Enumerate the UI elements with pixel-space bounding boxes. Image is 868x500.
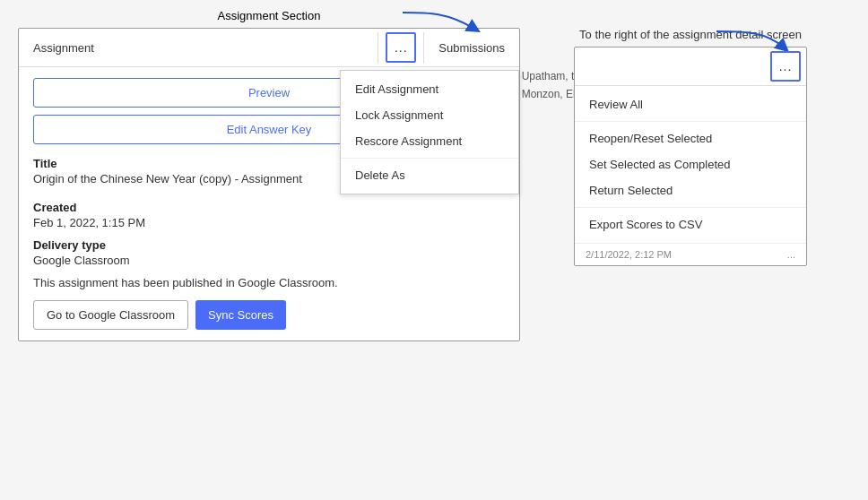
dropdown-item-reopen-reset[interactable]: Reopen/Reset Selected (575, 125, 806, 151)
dropdown-item-edit-assignment[interactable]: Edit Assignment (341, 76, 518, 102)
bottom-buttons: Go to Google Classroom Sync Scores (33, 300, 505, 330)
left-section-label: Assignment Section (218, 9, 321, 22)
dropdown-item-return-selected[interactable]: Return Selected (575, 177, 806, 203)
created-label: Created (33, 201, 505, 214)
right-footer: 2/11/2022, 2:12 PM ... (575, 243, 806, 265)
sync-scores-button[interactable]: Sync Scores (195, 300, 286, 330)
dropdown-divider-2 (575, 207, 806, 208)
left-dropdown-menu: Edit Assignment Lock Assignment Rescore … (340, 70, 519, 194)
panel-header: Assignment ... Submissions Edit Assignme… (19, 29, 519, 67)
created-value: Feb 1, 2022, 1:15 PM (33, 216, 505, 229)
delivery-type-label: Delivery type (33, 238, 505, 252)
footer-timestamp: 2/11/2022, 2:12 PM (586, 249, 672, 260)
right-dropdown-menu: Review All Reopen/Reset Selected Set Sel… (575, 86, 806, 243)
delivery-type-value: Google Classroom (33, 254, 505, 267)
right-dots-button[interactable]: ... (770, 51, 801, 82)
dropdown-item-review-all[interactable]: Review All (575, 91, 806, 117)
dropdown-item-lock-assignment[interactable]: Lock Assignment (341, 102, 518, 128)
dropdown-item-delete-assignment[interactable]: Delete As (341, 162, 518, 188)
right-panel: ... Review All Reopen/Reset Selected Set… (574, 47, 807, 266)
tab-assignment[interactable]: Assignment (19, 32, 378, 64)
footer-dots[interactable]: ... (787, 249, 795, 260)
dropdown-item-set-completed[interactable]: Set Selected as Completed (575, 151, 806, 177)
dropdown-divider (341, 158, 518, 159)
goto-google-classroom-button[interactable]: Go to Google Classroom (33, 300, 188, 330)
right-panel-header: ... (575, 47, 806, 86)
dropdown-item-export-csv[interactable]: Export Scores to CSV (575, 211, 806, 237)
left-panel: Assignment ... Submissions Edit Assignme… (18, 28, 520, 341)
dropdown-item-rescore-assignment[interactable]: Rescore Assignment (341, 128, 518, 154)
right-panel-container: To the right of the assignment detail sc… (574, 28, 807, 341)
dropdown-divider-1 (575, 121, 806, 122)
tab-submissions[interactable]: Submissions (423, 32, 519, 64)
left-dots-button[interactable]: ... (386, 32, 416, 63)
publish-notice: This assignment has been published in Go… (33, 276, 505, 289)
